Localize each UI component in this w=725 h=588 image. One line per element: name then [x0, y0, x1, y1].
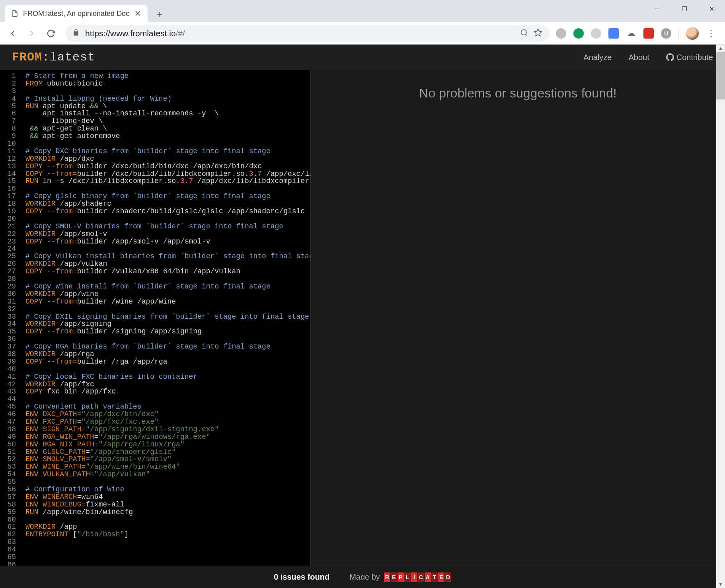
main-panel: 1234567891011121314151617181920212223242…: [0, 70, 725, 566]
replicated-logo[interactable]: REPLICATED: [384, 572, 451, 582]
svg-point-0: [521, 29, 526, 35]
lock-icon: [72, 29, 80, 38]
vertical-scrollbar[interactable]: ▲ ▼: [716, 45, 725, 588]
results-message: No problems or suggestions found!: [327, 86, 709, 101]
scroll-up-arrow[interactable]: ▲: [716, 45, 725, 52]
nav-about[interactable]: About: [628, 53, 649, 62]
scroll-thumb[interactable]: [716, 52, 725, 99]
logo-latest: :latest: [42, 51, 95, 64]
chrome-menu-button[interactable]: ⋮: [706, 28, 716, 39]
issues-count: 0 issues found: [274, 572, 329, 582]
nav-analyze[interactable]: Analyze: [583, 53, 612, 62]
window-controls: ─ ☐ ✕: [644, 0, 725, 18]
extension-icon[interactable]: [643, 28, 654, 39]
forward-button[interactable]: [24, 25, 40, 41]
minimize-button[interactable]: ─: [644, 0, 671, 18]
extension-icon[interactable]: [573, 28, 584, 39]
browser-chrome: ─ ☐ ✕ FROM:latest, An opinionated Doc ✕ …: [0, 0, 725, 45]
logo[interactable]: FROM:latest: [12, 51, 95, 64]
svg-line-1: [526, 34, 527, 35]
nav-contribute[interactable]: Contribute: [666, 53, 713, 62]
attribution: Made by REPLICATED: [349, 572, 451, 582]
nav-links: Analyze About Contribute: [583, 53, 713, 62]
code-content[interactable]: # Start from a new imageFROM ubuntu:bion…: [21, 70, 310, 566]
profile-avatar[interactable]: [686, 27, 699, 40]
address-bar[interactable]: https://www.fromlatest.io/#/: [65, 25, 550, 42]
results-panel: No problems or suggestions found!: [310, 70, 725, 566]
star-icon[interactable]: [534, 28, 542, 39]
scroll-down-arrow[interactable]: ▼: [716, 581, 725, 588]
browser-toolbar: https://www.fromlatest.io/#/ ☁ U ⋮: [0, 22, 725, 45]
code-editor[interactable]: 1234567891011121314151617181920212223242…: [0, 70, 310, 566]
tab-strip: FROM:latest, An opinionated Doc ✕ +: [0, 0, 725, 22]
app-content: FROM:latest Analyze About Contribute 123…: [0, 45, 725, 588]
maximize-button[interactable]: ☐: [671, 0, 698, 18]
extension-icon[interactable]: [591, 28, 601, 39]
logo-from: FROM: [12, 51, 42, 64]
made-by-label: Made by: [349, 572, 380, 582]
browser-tab[interactable]: FROM:latest, An opinionated Doc ✕: [5, 5, 148, 22]
extension-icons: ☁ U ⋮: [556, 27, 720, 40]
cloud-icon[interactable]: ☁: [626, 28, 636, 39]
extension-icon[interactable]: U: [661, 28, 671, 39]
extension-icon[interactable]: [608, 28, 619, 39]
github-icon: [666, 53, 674, 61]
close-window-button[interactable]: ✕: [698, 0, 725, 18]
back-button[interactable]: [5, 25, 21, 41]
footer: 0 issues found Made by REPLICATED: [0, 566, 725, 588]
url-text: https://www.fromlatest.io/#/: [85, 29, 515, 38]
reload-button[interactable]: [43, 25, 59, 41]
tab-title: FROM:latest, An opinionated Doc: [23, 10, 129, 18]
line-gutter: 1234567891011121314151617181920212223242…: [0, 70, 21, 566]
svg-marker-2: [534, 29, 542, 35]
page-icon: [10, 9, 19, 18]
nav-contribute-label: Contribute: [676, 53, 713, 62]
divider: [678, 28, 679, 39]
extension-icon[interactable]: [556, 28, 566, 39]
close-tab-button[interactable]: ✕: [133, 9, 142, 18]
search-icon[interactable]: [520, 29, 528, 38]
new-tab-button[interactable]: +: [152, 6, 168, 22]
app-header: FROM:latest Analyze About Contribute: [0, 45, 725, 70]
